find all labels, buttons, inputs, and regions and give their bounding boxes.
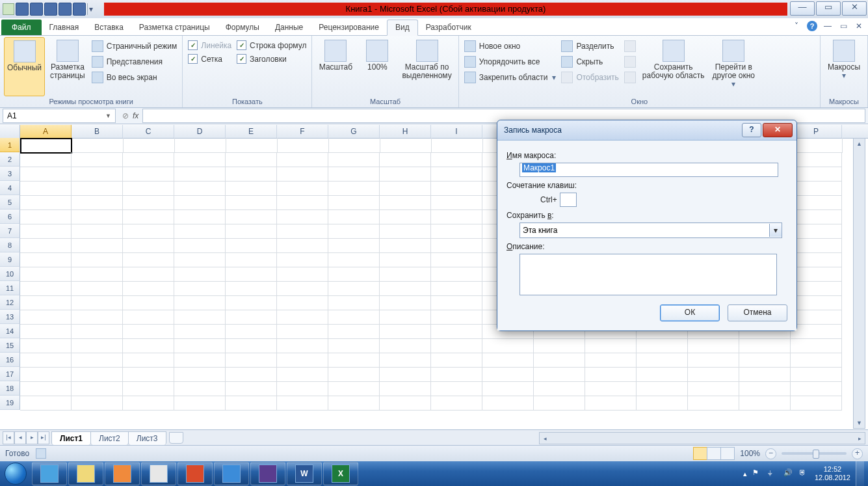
description-input[interactable] <box>519 254 777 295</box>
cell[interactable] <box>226 195 277 210</box>
vertical-scrollbar[interactable]: ▲▼ <box>853 138 865 429</box>
cell[interactable] <box>380 195 431 210</box>
cell[interactable] <box>174 324 226 339</box>
cell[interactable] <box>739 381 791 396</box>
column-header[interactable]: I <box>431 125 482 138</box>
start-button[interactable] <box>0 461 31 486</box>
row-header[interactable]: 8 <box>0 238 20 252</box>
sheet-last-icon[interactable]: ▸| <box>38 431 49 444</box>
check-headings[interactable]: ✓Заголовки <box>235 53 308 64</box>
help-icon[interactable]: ? <box>807 21 817 31</box>
cell[interactable] <box>174 396 226 411</box>
cell[interactable] <box>20 195 72 210</box>
new-window-button[interactable]: Новое окно <box>463 40 558 53</box>
zoom-out-button[interactable]: − <box>765 448 776 459</box>
cell[interactable] <box>534 338 585 353</box>
cell[interactable] <box>791 267 842 282</box>
maximize-button[interactable]: ▭ <box>816 1 841 16</box>
cell[interactable] <box>328 367 380 382</box>
tab-insert[interactable]: Вставка <box>86 20 131 35</box>
cell[interactable] <box>534 367 585 382</box>
cell[interactable] <box>482 338 534 353</box>
scroll-left-icon[interactable]: ◂ <box>540 435 550 442</box>
cell[interactable] <box>791 295 842 310</box>
view-pagelayout-button[interactable]: Разметка страницы <box>47 37 88 96</box>
row-header[interactable]: 12 <box>0 295 20 310</box>
cell[interactable] <box>534 396 585 411</box>
cell[interactable] <box>226 381 277 396</box>
cell[interactable] <box>226 295 277 310</box>
taskbar-mediaplayer[interactable] <box>105 462 140 485</box>
sheet-prev-icon[interactable]: ◂ <box>14 431 26 444</box>
row-header[interactable]: 9 <box>0 252 20 267</box>
cell[interactable] <box>72 209 123 224</box>
cell[interactable] <box>20 152 72 167</box>
row-header[interactable]: 3 <box>0 167 20 181</box>
cell[interactable] <box>277 381 328 396</box>
cell[interactable] <box>431 381 482 396</box>
cell[interactable] <box>791 252 842 267</box>
cell[interactable] <box>72 338 123 353</box>
cell[interactable] <box>328 310 380 325</box>
view-fullscreen-button[interactable]: Во весь экран <box>90 71 179 84</box>
cell[interactable] <box>174 267 226 282</box>
cell[interactable] <box>226 353 277 368</box>
cell[interactable] <box>72 195 123 210</box>
cell[interactable] <box>431 338 482 353</box>
row-header[interactable]: 10 <box>0 267 20 281</box>
freeze-panes-button[interactable]: Закрепить области▾ <box>463 71 558 84</box>
taskbar-app[interactable] <box>178 462 213 485</box>
cell[interactable] <box>20 353 72 368</box>
dialog-close-button[interactable]: ✕ <box>763 123 793 137</box>
cell[interactable] <box>380 353 431 368</box>
cell[interactable] <box>124 138 175 153</box>
cell[interactable] <box>328 295 380 310</box>
cell[interactable] <box>123 209 174 224</box>
cell[interactable] <box>328 152 380 167</box>
cell[interactable] <box>482 396 534 411</box>
cell[interactable] <box>123 252 174 267</box>
cell[interactable] <box>72 295 123 310</box>
taskbar-app[interactable] <box>141 462 176 485</box>
cell[interactable] <box>226 152 277 167</box>
cell[interactable] <box>585 381 637 396</box>
sheet-tab-2[interactable]: Лист2 <box>90 431 129 445</box>
macro-record-icon[interactable] <box>36 448 46 459</box>
taskbar-app[interactable] <box>250 462 285 485</box>
zoom-selection-button[interactable]: Масштаб по выделенному <box>399 37 454 96</box>
cell[interactable] <box>72 281 123 296</box>
cell[interactable] <box>380 238 431 253</box>
column-header[interactable]: C <box>123 125 174 138</box>
cell[interactable] <box>791 396 842 411</box>
cell[interactable] <box>791 353 842 368</box>
cell[interactable] <box>328 324 380 339</box>
cell[interactable] <box>791 367 842 382</box>
cell[interactable] <box>174 381 226 396</box>
cell[interactable] <box>123 295 174 310</box>
cell[interactable] <box>226 209 277 224</box>
zoom-level[interactable]: 100% <box>740 449 760 458</box>
fx-icon[interactable]: fx <box>133 111 138 120</box>
column-header[interactable]: F <box>277 125 328 138</box>
zoom-slider[interactable] <box>782 452 847 455</box>
cell[interactable] <box>431 324 482 339</box>
check-ruler[interactable]: ✓Линейка <box>187 40 233 51</box>
cell[interactable] <box>226 167 277 182</box>
cell[interactable] <box>226 138 278 153</box>
cell[interactable] <box>226 367 277 382</box>
cell[interactable] <box>72 238 123 253</box>
cell[interactable] <box>174 367 226 382</box>
cell[interactable] <box>123 167 174 182</box>
check-formulabar[interactable]: ✓Строка формул <box>235 40 308 51</box>
cell[interactable] <box>174 167 226 182</box>
cell[interactable] <box>380 396 431 411</box>
cell[interactable] <box>791 381 842 396</box>
cell[interactable] <box>380 338 431 353</box>
cell[interactable] <box>277 295 328 310</box>
macros-button[interactable]: Макросы▾ <box>824 37 863 96</box>
cell[interactable] <box>123 338 174 353</box>
name-box[interactable]: A1 ▼ <box>3 109 116 123</box>
ribbon-minimize-icon[interactable]: ˅ <box>791 21 802 31</box>
cell[interactable] <box>277 209 328 224</box>
cell[interactable] <box>431 209 482 224</box>
